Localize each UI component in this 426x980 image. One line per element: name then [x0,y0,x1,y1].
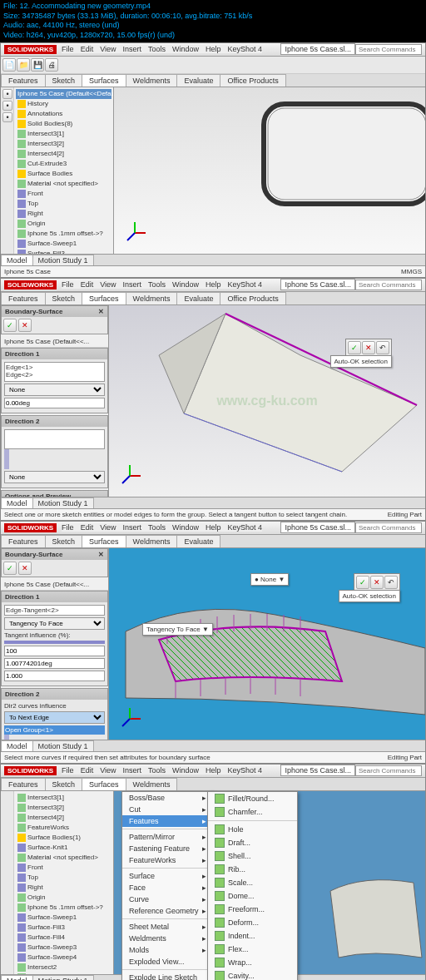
tree-item[interactable]: Front [16,189,111,199]
feature-tree[interactable]: Intersect3[1]Intersect3[2]Intersect4[2]F… [14,791,114,974]
menu-file[interactable]: File [62,280,74,289]
edge-item[interactable]: Edge-Tangent<2> [6,606,103,614]
tree-item[interactable]: FeatureWorks [16,823,111,833]
tree-item[interactable]: Right [16,209,111,219]
tab-surfaces[interactable]: Surfaces [82,535,126,547]
tangency-select[interactable]: None [4,384,105,396]
tree-item[interactable]: Top [16,873,111,883]
menu-file[interactable]: File [62,45,74,53]
menu-window[interactable]: Window [172,45,199,53]
none-callout[interactable]: ● None ▼ [250,573,289,586]
menu-insert[interactable]: Insert [123,523,142,532]
cancel-icon[interactable]: ✕ [370,576,384,589]
menu-help[interactable]: Help [206,523,221,532]
tree-item[interactable]: Intersect3[2] [16,803,111,813]
menu-item[interactable]: Hole [208,823,297,836]
tree-root[interactable]: Iphone 5s Case (Default<<Default>_Displa… [16,89,111,99]
doc-tab[interactable]: Iphone 5s Case.sl... [280,43,355,55]
menu-item[interactable]: Dome... [208,889,297,903]
tree-root[interactable]: Iphone 5s Case (Default<<... [4,581,89,588]
tab-motion[interactable]: Motion Study 1 [32,255,94,265]
tab-motion[interactable]: Motion Study 1 [32,497,94,508]
tree-item[interactable]: Surface-Sweep1 [16,913,111,923]
undo-icon[interactable]: ↶ [376,341,389,354]
tab-evaluate[interactable]: Evaluate [176,535,220,547]
doc-tab[interactable]: Iphone 5s Case.sl... [280,522,355,533]
menu-help[interactable]: Help [206,766,221,775]
ok-button[interactable]: ✓ [3,319,17,332]
tab-model[interactable]: Model [1,740,33,751]
menu-item[interactable]: Boss/Base▸ [122,792,213,804]
menu-keyshot[interactable]: KeyShot 4 [228,766,263,775]
menu-item[interactable]: Scale... [208,876,297,889]
tree-item[interactable]: Surface-Sweep3 [16,943,111,953]
menu-item[interactable]: Sheet Metal▸ [122,921,213,933]
tab-weldments[interactable]: Weldments [126,778,178,790]
menu-item[interactable]: Exploded View... [122,956,213,968]
menu-window[interactable]: Window [172,280,199,289]
menu-item[interactable]: Reference Geometry▸ [122,905,213,917]
tab-features[interactable]: Features [1,292,46,304]
ok-icon[interactable]: ✓ [356,576,369,589]
tab-evaluate[interactable]: Evaluate [176,292,220,304]
side-tool[interactable]: • [2,89,12,99]
tree-item[interactable]: Right [16,883,111,893]
tree-item[interactable]: Iphone 5s .1mm offset->? [16,229,111,239]
menu-item[interactable]: Indent... [208,929,297,943]
angle-input[interactable] [4,658,105,669]
tree-item[interactable]: Origin [16,219,111,229]
menu-insert[interactable]: Insert [123,45,142,53]
menu-item[interactable]: Face▸ [122,882,213,893]
tree-item[interactable]: Surface-Sweep4 [16,953,111,963]
close-icon[interactable]: ✕ [98,308,104,315]
viewport-3d[interactable]: www.cg-ku.com ✓ ✕ ↶ Auto-OK selection [109,305,425,497]
tab-sketch[interactable]: Sketch [45,74,83,87]
scale-input[interactable] [4,671,105,681]
tab-weldments[interactable]: Weldments [126,535,178,547]
tree-item[interactable]: Intersect4[2] [16,149,111,159]
menu-item[interactable]: Pattern/Mirror▸ [122,831,213,843]
save-button[interactable]: 💾 [31,58,44,72]
tree-item[interactable]: Surface Bodies(1) [16,833,111,843]
menu-edit[interactable]: Edit [81,280,94,289]
tree-item[interactable]: Surface-Fill3 [16,923,111,933]
tangency-callout[interactable]: Tangency To Face ▼ [142,623,213,636]
feature-tree[interactable]: Iphone 5s Case (Default<<Default>_Displa… [14,87,114,254]
ok-button[interactable]: ✓ [3,562,17,575]
tab-office[interactable]: Office Products [220,74,285,87]
tree-item[interactable]: Origin [16,893,111,903]
tree-item[interactable]: Intersect3[1] [16,793,111,803]
menu-view[interactable]: View [100,280,116,289]
tab-sketch[interactable]: Sketch [45,535,83,547]
tab-surfaces[interactable]: Surfaces [82,292,126,304]
cancel-button[interactable]: ✕ [18,319,32,332]
tree-item[interactable]: Surface-Sweep1 [16,239,111,249]
tree-item[interactable]: Intersect3[2] [16,139,111,149]
menu-help[interactable]: Help [206,45,221,53]
tab-sketch[interactable]: Sketch [45,292,83,304]
doc-tab[interactable]: Iphone 5s Case.sl... [280,765,355,776]
menu-item[interactable]: Shell... [208,849,297,863]
tab-model[interactable]: Model [1,255,33,265]
tree-item[interactable]: Surface-Fill4 [16,933,111,943]
tree-item[interactable]: Intersect2 [16,963,111,973]
tree-item[interactable]: Annotations [16,109,111,119]
menu-keyshot[interactable]: KeyShot 4 [228,523,263,532]
menu-item[interactable]: Weldments▸ [122,933,213,944]
open-button[interactable]: 📁 [17,58,30,72]
tree-item[interactable]: Cut-Extrude1 [16,973,111,974]
menu-item[interactable]: Deform... [208,916,297,929]
menu-item[interactable]: Fastening Feature▸ [122,843,213,854]
menu-file[interactable]: File [62,766,74,775]
tab-features[interactable]: Features [1,74,46,87]
tab-surfaces[interactable]: Surfaces [82,74,126,87]
menu-tools[interactable]: Tools [148,523,166,532]
menu-tools[interactable]: Tools [148,280,166,289]
edge-item[interactable]: Edge<2> [6,371,103,379]
menu-window[interactable]: Window [172,523,199,532]
menu-item[interactable]: Fillet/Round... [208,792,297,805]
tab-motion[interactable]: Motion Study 1 [32,740,94,751]
tree-item[interactable]: Surface Bodies [16,169,111,179]
undo-icon[interactable]: ↶ [384,576,398,589]
menu-item[interactable]: Wrap... [208,956,297,969]
